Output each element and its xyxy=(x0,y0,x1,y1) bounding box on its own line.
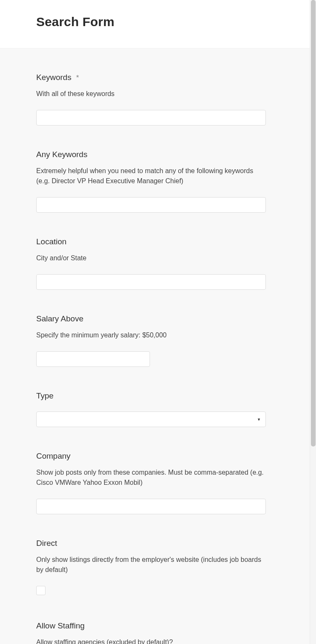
salary-above-input[interactable] xyxy=(36,351,150,367)
scrollbar-track[interactable] xyxy=(310,0,316,644)
form-group-any-keywords: Any Keywords Extremely helpful when you … xyxy=(36,150,266,213)
company-description: Show job posts only from these companies… xyxy=(36,468,266,488)
any-keywords-input[interactable] xyxy=(36,197,266,213)
required-asterisk-icon: * xyxy=(76,74,79,82)
salary-above-label: Salary Above xyxy=(36,314,266,323)
allow-staffing-label: Allow Staffing xyxy=(36,621,266,631)
allow-staffing-description: Allow staffing agencies (excluded by def… xyxy=(36,637,266,644)
keywords-label-text: Keywords xyxy=(36,73,71,82)
keywords-input[interactable] xyxy=(36,110,266,126)
location-label: Location xyxy=(36,237,266,246)
any-keywords-description: Extremely helpful when you need to match… xyxy=(36,166,266,186)
direct-description: Only show listings directly from the emp… xyxy=(36,555,266,575)
type-select[interactable] xyxy=(36,412,266,427)
type-label: Type xyxy=(36,391,266,401)
form-group-salary-above: Salary Above Specify the minimum yearly … xyxy=(36,314,266,367)
keywords-label: Keywords * xyxy=(36,73,266,82)
company-label: Company xyxy=(36,452,266,461)
form-group-direct: Direct Only show listings directly from … xyxy=(36,539,266,597)
any-keywords-label: Any Keywords xyxy=(36,150,266,159)
company-input[interactable] xyxy=(36,499,266,514)
location-input[interactable] xyxy=(36,274,266,290)
header-section: Search Form xyxy=(0,0,316,48)
form-group-location: Location City and/or State xyxy=(36,237,266,290)
direct-label: Direct xyxy=(36,539,266,548)
form-group-type: Type ▼ xyxy=(36,391,266,427)
page-title: Search Form xyxy=(36,15,280,29)
form-section: Keywords * With all of these keywords An… xyxy=(0,48,316,644)
form-group-keywords: Keywords * With all of these keywords xyxy=(36,73,266,126)
keywords-description: With all of these keywords xyxy=(36,89,266,99)
location-description: City and/or State xyxy=(36,253,266,263)
scrollbar-thumb[interactable] xyxy=(311,0,316,446)
salary-above-description: Specify the minimum yearly salary: $50,0… xyxy=(36,330,266,340)
direct-checkbox[interactable] xyxy=(36,586,46,595)
form-group-company: Company Show job posts only from these c… xyxy=(36,452,266,514)
form-group-allow-staffing: Allow Staffing Allow staffing agencies (… xyxy=(36,621,266,644)
type-select-wrapper: ▼ xyxy=(36,412,266,427)
